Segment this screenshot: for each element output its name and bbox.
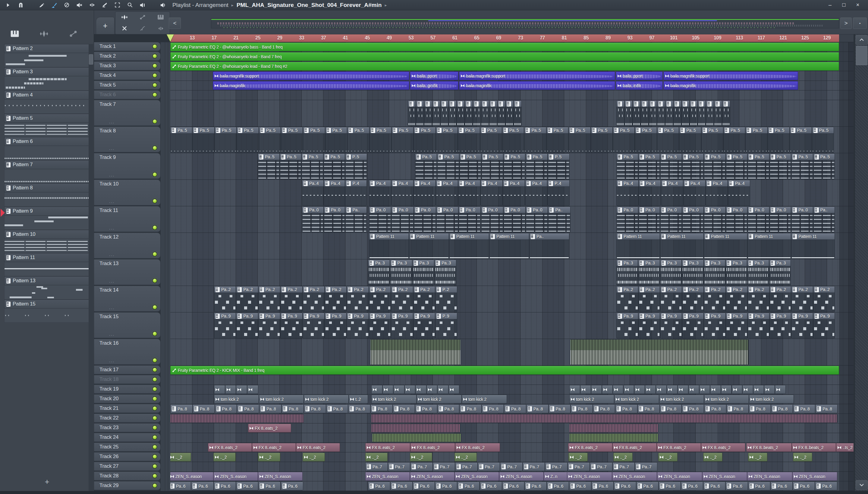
audio-clip[interactable]: FX 8..eats_2 (248, 424, 291, 433)
pattern-clip[interactable]: Pa..8 (281, 404, 304, 413)
audio-clip[interactable]: tom kick 2 (614, 395, 659, 403)
track-header[interactable]: Track 16... (94, 339, 160, 365)
track-lane[interactable]: Pa..5Pa..5Pa..5Pa..5Pa..5Pa..5Pa..5Pa..5… (170, 127, 853, 153)
pattern-clip[interactable]: Pa..6 (591, 482, 614, 490)
audio-clip[interactable]: ZEN_S..eason (365, 472, 410, 481)
pattern-clip[interactable]: Pa..6 (413, 482, 435, 490)
pattern-clip[interactable]: Pa..3 (660, 260, 682, 285)
pattern-clip[interactable]: Pa..5 (638, 153, 660, 179)
track-lane[interactable]: Pa..9Pa..9Pa..9Pa..9Pa..9Pa..9Pa..9Pa..9… (170, 312, 853, 339)
pattern-clip[interactable]: Pa..4 (503, 180, 525, 206)
audio-clip[interactable]: FX 8..eats_2 (701, 443, 745, 452)
pattern-clip[interactable]: Pa..8 (726, 404, 749, 413)
audio-stripe-clip[interactable] (570, 339, 749, 365)
pattern-clip[interactable]: Pa..9 (280, 313, 302, 338)
pattern-clip[interactable]: Pa..5 (769, 153, 791, 179)
pattern-preview[interactable] (4, 53, 89, 67)
track-mute-led[interactable] (152, 92, 157, 97)
audio-clip[interactable]: .._2 (703, 453, 723, 461)
pattern-clip[interactable] (489, 100, 497, 126)
audio-clip[interactable] (721, 385, 732, 394)
pattern-clip[interactable]: Pa..8 (393, 404, 415, 413)
track-resize-handle[interactable]: ... (109, 358, 115, 363)
pattern-clip[interactable]: Pa..5 (791, 153, 813, 179)
pattern-clip[interactable]: Pa..8 (170, 404, 193, 413)
track-header[interactable]: Track 26 (94, 452, 160, 461)
pattern-clip[interactable]: Pa..7 (612, 462, 635, 471)
wave-icon[interactable] (115, 12, 134, 23)
pattern-clip[interactable]: Pa..8 (793, 404, 815, 413)
pattern-clip[interactable]: Pa..0 (682, 207, 704, 232)
pattern-item[interactable]: Pattern 8 (4, 183, 89, 192)
audio-clip[interactable]: .._2 (793, 453, 812, 461)
pattern-clip[interactable]: Pa..6 (258, 482, 281, 490)
pattern-clip[interactable] (457, 100, 465, 126)
audio-clip[interactable]: tom kick 2 (569, 395, 614, 403)
pattern-clip[interactable] (449, 100, 457, 126)
pattern-preview[interactable] (4, 99, 89, 114)
pattern-clip[interactable]: P..5 (548, 153, 570, 179)
pattern-clip[interactable]: Pa..7 (478, 462, 500, 471)
pattern-clip[interactable]: Pa..4 (639, 180, 661, 206)
audio-clip[interactable]: tom kick 2 (659, 395, 704, 403)
track-lane[interactable]: Fruity Parametric EQ 2 - @whoisanyelo ba… (170, 42, 853, 52)
pattern-clip[interactable]: Pa..9 (769, 313, 791, 338)
audio-clip[interactable]: .._2 (170, 453, 191, 461)
pattern-clip[interactable]: Pa..2 (747, 286, 769, 312)
pattern-clip[interactable]: Pa..5 (745, 127, 767, 153)
track-lane[interactable]: Fruity Parametric EQ 2 - @whoisanyelo le… (170, 61, 853, 71)
pattern-clip[interactable] (465, 100, 473, 126)
pattern-item[interactable]: Pattern 15 (4, 300, 89, 308)
track-header[interactable]: Track 25 (94, 443, 160, 452)
track-lane[interactable]: baila maginifikbaila..ginifikbaila magin… (170, 81, 853, 91)
pattern-clip[interactable]: Pa..4 (480, 180, 503, 206)
pattern-clip[interactable]: Pa..5 (258, 153, 280, 179)
pattern-clip[interactable]: Pa..7 (500, 462, 522, 471)
pattern-clip[interactable] (408, 100, 416, 126)
pattern-clip[interactable]: Pa..9 (616, 313, 638, 338)
vertical-scrollbar-thumb[interactable] (856, 46, 867, 65)
pattern-clip[interactable] (698, 100, 706, 126)
pattern-clip[interactable]: Pattern 11 (704, 233, 747, 259)
pattern-clip[interactable]: Pa..2 (813, 286, 835, 312)
audio-clip[interactable] (437, 385, 449, 394)
audio-clip[interactable]: FX 8..beats_2 (746, 443, 792, 452)
pattern-clip[interactable]: Pa..8 (771, 404, 793, 413)
audio-clip[interactable] (656, 385, 667, 394)
pattern-clip[interactable]: Pa.. (529, 233, 569, 259)
pattern-clip[interactable]: Pattern 11 (369, 233, 409, 259)
track-lane[interactable]: Pa..6Pa..6Pa..6Pa..6Pa..6Pa..6Pa..6Pa..6… (170, 481, 853, 491)
audio-clip[interactable]: FX 8..eats_2 (568, 443, 612, 452)
audio-clip[interactable] (236, 385, 247, 394)
audio-clip[interactable]: tom kick 2 (704, 395, 749, 403)
track-resize-handle[interactable]: ... (109, 199, 115, 204)
pattern-clip[interactable]: Pa..5 (281, 127, 303, 153)
pattern-clip[interactable]: Pa..0 (616, 207, 638, 232)
pattern-clip[interactable]: Pa..0 (369, 207, 391, 232)
audio-clip[interactable]: .._2 (454, 453, 477, 461)
pattern-clip[interactable]: Pa..0 (769, 207, 791, 232)
pattern-item[interactable]: Pattern 7 (4, 160, 89, 169)
pattern-clip[interactable]: Pa..6 (636, 482, 658, 490)
pattern-clip[interactable]: Pa..0 (391, 207, 414, 232)
pattern-clip[interactable]: Pa..2 (369, 286, 391, 312)
track-mute-led[interactable] (152, 406, 157, 411)
track-resize-handle[interactable]: ... (109, 252, 115, 257)
pattern-clip[interactable]: Pa..5 (568, 127, 590, 153)
pattern-clip[interactable]: Pa..5 (436, 127, 458, 153)
pattern-clip[interactable]: Pa..9 (660, 313, 682, 338)
pattern-clip[interactable]: Pa..8 (749, 404, 771, 413)
track-header[interactable]: Track 28 (94, 472, 160, 481)
pattern-clip[interactable]: Pa..6 (236, 482, 258, 490)
track-lane[interactable]: FX 8..eats_2 (170, 423, 853, 433)
pattern-clip[interactable]: Pa..4 (616, 180, 639, 206)
pattern-clip[interactable]: Pa..9 (391, 313, 413, 338)
audio-clip[interactable]: FX 8..eats_2 (208, 443, 252, 452)
track-lane[interactable] (170, 100, 853, 127)
track-resize-handle[interactable]: ... (109, 331, 115, 337)
track-header[interactable]: Track 27 (94, 462, 160, 471)
piano-icon[interactable] (152, 12, 170, 23)
track-mute-led[interactable] (152, 54, 157, 59)
track-mute-led[interactable] (152, 483, 157, 488)
audio-clip[interactable]: FX 8..eats_2 (296, 443, 340, 452)
